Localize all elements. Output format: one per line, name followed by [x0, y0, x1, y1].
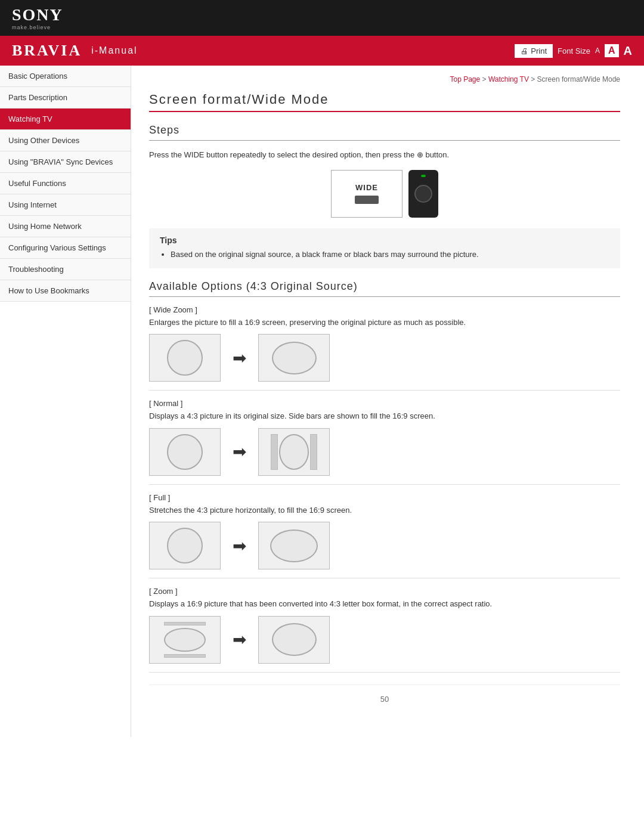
remote-control-image: [408, 170, 438, 218]
page-title: Screen format/Wide Mode: [149, 92, 620, 112]
option-wide-zoom-label: [ Wide Zoom ]: [149, 305, 620, 314]
divider-3: [149, 578, 620, 578]
imanual-label: i-Manual: [91, 45, 137, 56]
normal-after-circle: [279, 434, 309, 470]
breadcrumb-top-page[interactable]: Top Page: [450, 75, 480, 83]
normal-diagram: ➡: [149, 428, 620, 476]
page-footer: 50: [149, 685, 620, 713]
normal-before-circle: [167, 434, 203, 470]
wide-zoom-before-circle: [167, 340, 203, 376]
breadcrumb-sep1: >: [480, 75, 488, 83]
full-before: [149, 522, 221, 569]
sidebar-item-useful-functions[interactable]: Useful Functions: [0, 173, 131, 194]
option-zoom-desc: Displays a 16:9 picture that has been co…: [149, 598, 620, 610]
wide-label: WIDE: [355, 183, 378, 192]
remote-led: [421, 175, 426, 177]
wide-zoom-before: [149, 334, 221, 382]
print-label: Print: [531, 47, 547, 55]
option-normal: [ Normal ] Displays a 4:3 picture in its…: [149, 399, 620, 476]
font-size-label: Font Size: [558, 47, 590, 55]
sony-logo-block: SONY make.believe: [12, 5, 63, 30]
remote-circle: [414, 185, 432, 203]
header-bar: SONY make.believe: [0, 0, 644, 36]
steps-text-before: Press the WIDE button repeatedly to sele…: [149, 150, 414, 159]
full-after: [258, 522, 330, 569]
sidebar-item-basic-operations[interactable]: Basic Operations: [0, 66, 131, 87]
sidebar-item-bookmarks[interactable]: How to Use Bookmarks: [0, 280, 131, 302]
option-wide-zoom-desc: Enlarges the picture to fill a 16:9 scre…: [149, 317, 620, 329]
full-diagram: ➡: [149, 522, 620, 569]
breadcrumb-current: Screen format/Wide Mode: [537, 75, 620, 83]
normal-left-bar: [271, 434, 278, 470]
sony-logo: SONY: [12, 5, 63, 24]
normal-right-bar: [310, 434, 317, 470]
print-icon: 🖨: [521, 47, 528, 55]
wide-zoom-after-circle: [272, 342, 317, 374]
print-button[interactable]: 🖨 Print: [515, 44, 553, 58]
option-normal-desc: Displays a 4:3 picture in its original s…: [149, 410, 620, 422]
normal-after-content: [271, 434, 317, 470]
sidebar-item-using-internet[interactable]: Using Internet: [0, 194, 131, 216]
full-arrow: ➡: [233, 536, 246, 556]
divider-1: [149, 390, 620, 391]
zoom-letterbox-top: [164, 622, 206, 625]
zoom-letterbox-bottom: [164, 654, 206, 658]
sidebar-item-configuring-settings[interactable]: Configuring Various Settings: [0, 237, 131, 259]
main-layout: Basic Operations Parts Description Watch…: [0, 66, 644, 737]
option-zoom: [ Zoom ] Displays a 16:9 picture that ha…: [149, 587, 620, 664]
toolbar: BRAVIA i-Manual 🖨 Print Font Size A A A: [0, 36, 644, 66]
steps-button-symbol: ⊕: [417, 150, 423, 159]
wide-zoom-diagram: ➡: [149, 334, 620, 382]
full-before-circle: [167, 528, 203, 563]
normal-before: [149, 428, 221, 476]
zoom-before: [149, 616, 221, 664]
sidebar-item-bravia-sync[interactable]: Using "BRAVIA" Sync Devices: [0, 151, 131, 173]
zoom-after: [258, 616, 330, 664]
breadcrumb-watching-tv[interactable]: Watching TV: [488, 75, 529, 83]
option-normal-label: [ Normal ]: [149, 399, 620, 408]
page-number: 50: [380, 695, 389, 704]
font-size-large-button[interactable]: A: [624, 44, 632, 58]
normal-arrow: ➡: [233, 442, 246, 462]
content-area: Top Page > Watching TV > Screen format/W…: [131, 66, 644, 737]
zoom-arrow: ➡: [233, 630, 246, 649]
steps-text-after: button.: [425, 150, 449, 159]
option-full-label: [ Full ]: [149, 493, 620, 502]
tips-item-1: Based on the original signal source, a b…: [171, 249, 609, 261]
sony-tagline: make.believe: [12, 24, 63, 30]
tips-box: Tips Based on the original signal source…: [149, 228, 620, 268]
divider-4: [149, 672, 620, 673]
wide-box: WIDE: [331, 170, 402, 218]
option-wide-zoom: [ Wide Zoom ] Enlarges the picture to fi…: [149, 305, 620, 382]
normal-after: [258, 428, 330, 476]
zoom-circle: [164, 628, 206, 652]
option-zoom-label: [ Zoom ]: [149, 587, 620, 596]
zoom-before-content: [164, 622, 206, 658]
tips-list: Based on the original signal source, a b…: [160, 249, 609, 261]
tips-title: Tips: [160, 236, 609, 245]
sidebar-item-parts-description[interactable]: Parts Description: [0, 87, 131, 109]
sidebar-item-home-network[interactable]: Using Home Network: [0, 216, 131, 237]
available-options-heading: Available Options (4:3 Original Source): [149, 280, 620, 297]
divider-2: [149, 484, 620, 485]
zoom-diagram: ➡: [149, 616, 620, 664]
wide-illustration: WIDE: [149, 170, 620, 218]
toolbar-left: BRAVIA i-Manual: [12, 42, 138, 60]
breadcrumb: Top Page > Watching TV > Screen format/W…: [149, 75, 620, 83]
steps-description: Press the WIDE button repeatedly to sele…: [149, 149, 620, 162]
sidebar-item-using-other-devices[interactable]: Using Other Devices: [0, 130, 131, 151]
sidebar-item-watching-tv[interactable]: Watching TV: [0, 109, 131, 130]
sidebar-item-troubleshooting[interactable]: Troubleshooting: [0, 259, 131, 280]
steps-heading: Steps: [149, 124, 620, 141]
font-size-small-button[interactable]: A: [595, 47, 600, 55]
font-size-medium-button[interactable]: A: [605, 44, 619, 57]
full-after-circle: [270, 529, 318, 562]
breadcrumb-sep2: >: [529, 75, 537, 83]
sidebar: Basic Operations Parts Description Watch…: [0, 66, 131, 737]
wide-button-rect: [355, 196, 379, 204]
bravia-logo: BRAVIA: [12, 42, 82, 60]
toolbar-right: 🖨 Print Font Size A A A: [515, 44, 632, 58]
option-full: [ Full ] Stretches the 4:3 picture horiz…: [149, 493, 620, 570]
wide-zoom-arrow: ➡: [233, 348, 246, 368]
zoom-after-circle: [272, 623, 317, 656]
